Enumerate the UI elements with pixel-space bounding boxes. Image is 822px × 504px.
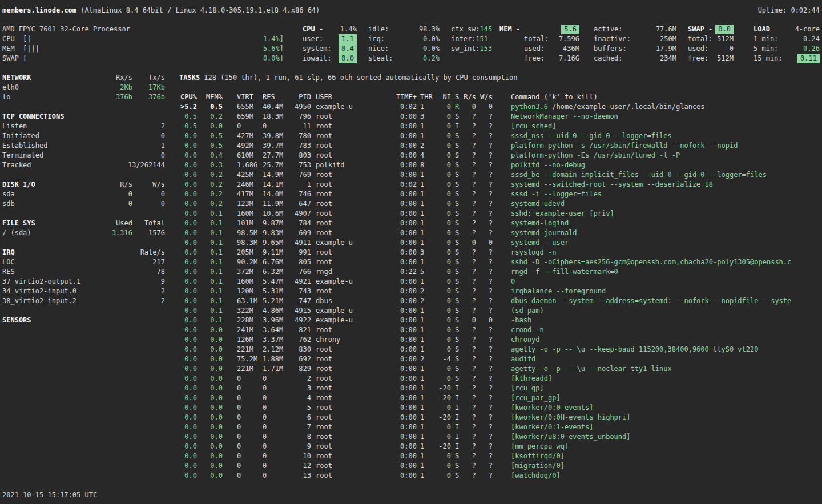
cell-res: 0	[263, 403, 267, 413]
load-panel: LOAD4-core1 min:0.245 min:0.2615 min:0.1…	[754, 25, 820, 63]
cell-time: 0:00	[394, 219, 417, 228]
process-row: 0.00.2417M14.0M746root0:0010S??sssd -i -…	[0, 189, 822, 199]
cell-virt: 90.2M	[237, 257, 257, 267]
cell-ni: 0	[436, 122, 451, 131]
cell-ni: 0	[436, 180, 451, 189]
stat-value: 5.6%]	[263, 44, 284, 54]
cell-thr: 1	[420, 345, 424, 354]
mem-stat-row: total:7.59G	[499, 34, 579, 44]
command-name: systemd --user	[511, 239, 569, 247]
cell-rs: ?	[462, 345, 476, 354]
cell-cpu: 0.0	[177, 374, 197, 384]
command-name: [kworker/0:1-events]	[511, 423, 594, 431]
cell-ni: 0	[436, 432, 451, 442]
stat-value: 0.4	[339, 44, 357, 54]
cell-rs: ?	[462, 189, 476, 199]
cell-res: 14.9M	[263, 170, 283, 180]
cell-time: 0:00	[394, 461, 417, 471]
cell-pid: 805	[283, 257, 311, 267]
command-name: agetty -o -p -- \u --keep-baud 115200,38…	[511, 345, 758, 353]
cell-pid: 13	[283, 471, 311, 481]
cell-thr: 1	[420, 364, 424, 374]
cell-thr: 1	[420, 102, 424, 112]
tasks-stats: 128 (150 thr), 1 run, 61 slp, 66 oth sor…	[200, 74, 517, 82]
cell-time: 0:00	[394, 296, 417, 306]
uptime-label: Uptime:	[758, 6, 791, 14]
cpu-stat-row: irq:0.0%	[368, 34, 440, 44]
cell-thr: 1	[420, 422, 424, 432]
cell-user: root	[316, 257, 332, 267]
cell-ws: ?	[478, 354, 493, 364]
cell-virt: 246M	[237, 180, 253, 189]
cell-time: 0:00	[394, 413, 417, 422]
cell-mem: 0.1	[203, 296, 223, 306]
cell-rs: ?	[462, 471, 476, 481]
cell-ws: ?	[478, 189, 493, 199]
cell-ws: 0	[478, 238, 493, 248]
stat-value: 1.4%	[340, 25, 357, 34]
cell-ni: -4	[436, 354, 451, 364]
terminal-screen[interactable]: members.linode.com (AlmaLinux 8.4 64bit …	[0, 0, 822, 504]
load-stat-row: 1 min:0.24	[754, 34, 820, 44]
cell-rs: ?	[462, 461, 476, 471]
cell-thr: 1	[420, 219, 424, 228]
clock-value: 2021-10-15 15:17:05 UTC	[2, 491, 97, 499]
cell-ni: 0	[436, 296, 451, 306]
command-name: systemd-udevd	[511, 200, 565, 208]
column-header-command: Command ('k' to kill)	[511, 92, 598, 102]
cell-thr: 1	[420, 209, 424, 219]
cell-cpu: 0.0	[177, 189, 197, 199]
cell-pid: 10	[283, 451, 311, 461]
cell-command: systemd-journald	[511, 228, 577, 238]
stat-label: steal:	[368, 54, 393, 63]
cell-res: 0	[263, 122, 267, 131]
cell-mem: 0.0	[203, 364, 223, 374]
process-row: 0.00.0006root0:001-20I??[kworker/0:0H-ev…	[0, 413, 822, 422]
cell-ni: 0	[436, 335, 451, 345]
cell-cpu: 0.0	[177, 151, 197, 160]
cell-thr: 5	[420, 267, 424, 277]
quicklook-panel: AMD EPYC 7601 32-Core ProcessorCPU [|1.4…	[2, 25, 284, 63]
cell-thr: 3	[420, 248, 424, 257]
cell-command: dbus-daemon --system --address=systemd: …	[511, 296, 791, 306]
swap-stat-row: free:512M	[688, 54, 734, 63]
command-name: [kworker/u8:0-events_unbound]	[511, 433, 631, 441]
cell-s: S	[455, 296, 459, 306]
cell-user: root	[316, 364, 332, 374]
cell-thr: 1	[420, 393, 424, 403]
cell-user: root	[316, 112, 332, 122]
cell-res: 14.0M	[263, 189, 283, 199]
cell-rs: ?	[462, 219, 476, 228]
cell-ni: 0	[436, 267, 451, 277]
process-row: 0.00.1160M10.6M4907root0:0010S??sshd: ex…	[0, 209, 822, 219]
cell-user: root	[316, 374, 332, 384]
cell-s: S	[455, 199, 459, 209]
cell-user: root	[316, 287, 332, 296]
cell-thr: 1	[420, 432, 424, 442]
cell-user: root	[316, 151, 332, 160]
cell-command: agetty -o -p -- \u --keep-baud 115200,38…	[511, 345, 758, 354]
cell-rs: ?	[462, 413, 476, 422]
process-header-row: CPU% MEM% VIRT RES PID USER TIME+ THR NI…	[0, 92, 822, 102]
metric-label: eth0	[2, 83, 19, 92]
cell-mem: 0.5	[203, 131, 223, 141]
mem-stat-row: active:77.6M	[594, 25, 676, 34]
cpu-stat-row: iowait:0.0	[303, 54, 357, 63]
cell-ws: ?	[478, 209, 493, 219]
cell-s: S	[455, 325, 459, 335]
cell-virt: 492M	[237, 141, 253, 151]
command-name: sssd_be --domain implicit_files --uid 0 …	[511, 171, 767, 179]
cell-thr: 1	[420, 335, 424, 345]
cell-virt: 123M	[237, 199, 253, 209]
command-name: 0	[511, 277, 515, 285]
cell-mem: 0.2	[203, 189, 223, 199]
process-row: 0.00.0126M3.37M762chrony0:0010S??chronyd	[0, 335, 822, 345]
cell-ws: ?	[478, 257, 493, 267]
quicklook-row: CPU [|1.4%]	[2, 34, 284, 44]
cell-virt: 425M	[237, 170, 253, 180]
cell-cpu: 0.0	[177, 422, 197, 432]
process-row: 0.00.0241M3.64M821root0:0010S??crond -n	[0, 325, 822, 335]
cell-virt: 0	[237, 451, 241, 461]
cell-rs: ?	[462, 131, 476, 141]
cell-rs: ?	[462, 209, 476, 219]
